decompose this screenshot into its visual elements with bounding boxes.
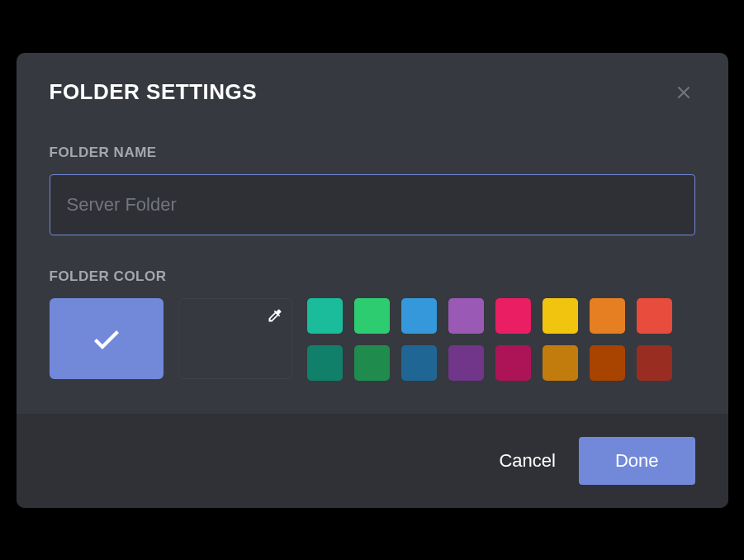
color-swatch[interactable] (495, 345, 531, 381)
color-swatch[interactable] (590, 298, 625, 334)
color-swatch[interactable] (543, 345, 578, 381)
custom-color-swatch[interactable] (178, 298, 292, 379)
color-swatch[interactable] (448, 298, 484, 334)
color-picker-row (50, 298, 695, 381)
folder-color-label: FOLDER COLOR (50, 268, 695, 285)
color-swatch[interactable] (354, 345, 390, 381)
color-swatch[interactable] (590, 345, 625, 381)
color-swatch[interactable] (543, 298, 578, 334)
folder-name-label: FOLDER NAME (50, 145, 695, 161)
modal-title: FOLDER SETTINGS (50, 79, 695, 105)
color-swatch[interactable] (448, 345, 484, 381)
modal-body: FOLDER SETTINGS FOLDER NAME FOLDER COLOR (17, 53, 728, 414)
color-swatch[interactable] (307, 298, 343, 334)
close-icon (675, 83, 693, 102)
color-swatch[interactable] (637, 298, 672, 334)
check-icon (90, 322, 123, 355)
color-swatch[interactable] (495, 298, 531, 334)
swatch-row-light (307, 298, 672, 334)
color-swatch[interactable] (401, 298, 437, 334)
cancel-button[interactable]: Cancel (499, 450, 555, 472)
close-button[interactable] (672, 81, 695, 104)
default-color-swatch[interactable] (50, 298, 163, 379)
color-swatch[interactable] (307, 345, 343, 381)
color-swatch[interactable] (354, 298, 390, 334)
folder-settings-modal: FOLDER SETTINGS FOLDER NAME FOLDER COLOR… (17, 53, 728, 508)
folder-name-input[interactable] (50, 174, 695, 235)
eyedropper-icon (267, 307, 283, 327)
modal-footer: Cancel Done (17, 414, 728, 508)
color-swatch[interactable] (637, 345, 672, 381)
swatch-grid (307, 298, 672, 381)
swatch-row-dark (307, 345, 672, 381)
color-swatch[interactable] (401, 345, 437, 381)
done-button[interactable]: Done (579, 437, 695, 485)
